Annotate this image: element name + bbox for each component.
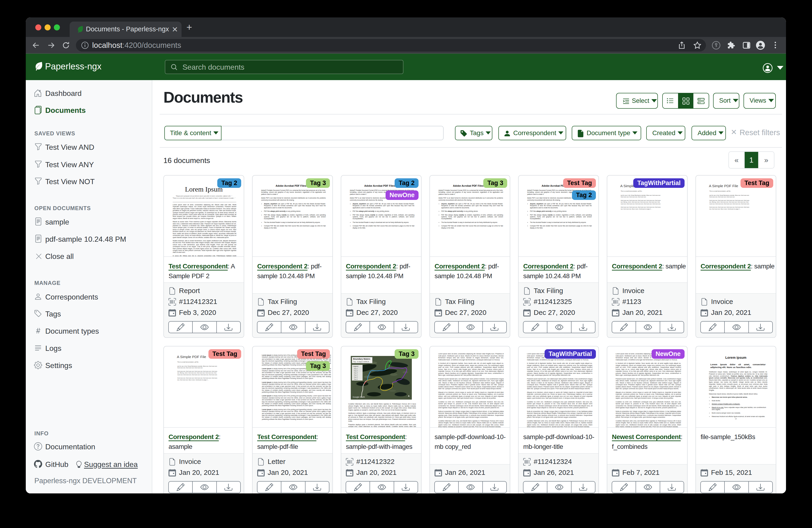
svg-text:Trip - 6 days in BWCA: Trip - 6 days in BWCA xyxy=(353,361,369,363)
svg-text:Legend: Legend xyxy=(353,366,358,367)
svg-text:Day 5: Day 5 xyxy=(354,376,358,378)
svg-text:Day 4: Day 4 xyxy=(354,374,358,376)
svg-text:Day 3: Day 3 xyxy=(354,372,358,374)
svg-text:Day 1: Day 1 xyxy=(354,368,358,369)
svg-text:Google Earth: Google Earth xyxy=(353,396,365,398)
svg-text:Boundary Waters: Boundary Waters xyxy=(353,358,370,360)
svg-text:Day 2: Day 2 xyxy=(354,370,358,371)
svg-text:Day 6: Day 6 xyxy=(354,379,358,380)
